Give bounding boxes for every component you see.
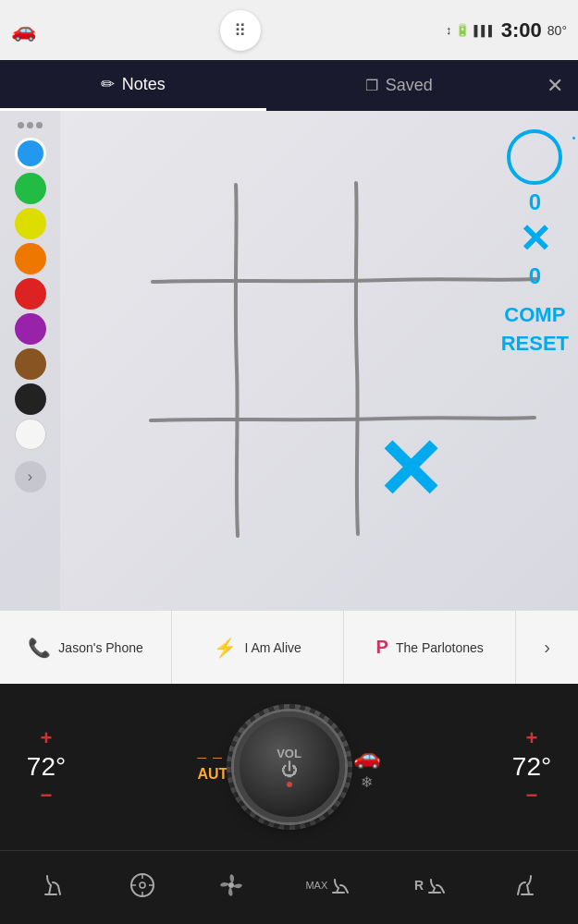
- more-icon: ›: [544, 637, 550, 658]
- phone-icon: 📞: [28, 637, 51, 659]
- parlotones-icon: P: [376, 637, 388, 658]
- tab-saved[interactable]: ❐ Saved: [266, 60, 533, 111]
- fan-icon: [217, 871, 245, 899]
- svg-point-2: [140, 882, 145, 888]
- climate-left: + 72° −: [9, 728, 83, 806]
- apps-button[interactable]: ⠿: [220, 10, 261, 51]
- media-label-parlotones: The Parlotones: [396, 640, 484, 655]
- grid-icon: ⠿: [234, 20, 247, 41]
- media-label-phone: Jason's Phone: [58, 640, 142, 655]
- media-item-more[interactable]: ›: [516, 611, 578, 684]
- color-green[interactable]: [15, 173, 46, 204]
- climate-bar: + 72° − — — — AUTO VOL ⏻ 🚗 ❄ + 72° −: [0, 684, 578, 850]
- media-bar: 📞 Jason's Phone ⚡ I Am Alive P The Parlo…: [0, 610, 578, 684]
- drawing-area[interactable]: ✕ • 0 ✕ 0 COMP RESET: [60, 111, 578, 610]
- temperature-display: 80°: [547, 23, 567, 38]
- color-red[interactable]: [15, 278, 46, 310]
- comp-x-icon: ✕: [519, 220, 551, 259]
- color-purple[interactable]: [15, 313, 46, 345]
- left-temp-up[interactable]: +: [41, 728, 53, 748]
- steering-icon: [129, 871, 156, 899]
- right-temp-up[interactable]: +: [526, 728, 538, 748]
- left-temp-display: 72°: [27, 752, 66, 782]
- rear-defrost-button[interactable]: R: [414, 876, 449, 894]
- rear-seat-icon: [427, 876, 449, 894]
- climate-right: + 72° −: [495, 728, 569, 806]
- color-yellow[interactable]: [15, 208, 46, 239]
- media-item-parlotones[interactable]: P The Parlotones: [344, 611, 516, 684]
- close-button[interactable]: ✕: [532, 74, 578, 98]
- right-temp-down[interactable]: −: [526, 785, 538, 806]
- vol-knob[interactable]: VOL ⏻: [234, 711, 345, 822]
- media-item-phone[interactable]: 📞 Jason's Phone: [0, 611, 172, 684]
- left-temp-down[interactable]: −: [41, 785, 53, 806]
- seat-heat-left-button[interactable]: [40, 871, 68, 899]
- color-white[interactable]: [15, 419, 46, 450]
- right-temp-display: 72°: [512, 752, 551, 782]
- notes-tab-label: Notes: [122, 75, 166, 94]
- status-right: ↕ 🔋 ▌▌▌ 3:00 80°: [446, 18, 567, 43]
- canvas-area: › ✕ • 0 ✕ 0: [0, 111, 578, 610]
- seat-heat-icon: [331, 876, 353, 894]
- seat-left-icon: [40, 871, 68, 899]
- vol-indicator: [287, 782, 292, 787]
- status-center[interactable]: ⠿: [220, 10, 261, 51]
- status-left: 🚗: [11, 18, 36, 43]
- network-icon: ▌▌▌: [473, 25, 495, 36]
- media-label-usb: I Am Alive: [244, 640, 301, 655]
- status-bar: 🚗 ⠿ ↕ 🔋 ▌▌▌ 3:00 80°: [0, 0, 578, 60]
- pencil-icon: ✏: [101, 74, 115, 94]
- comp-x-score: 0: [529, 263, 541, 289]
- palette-dots: [18, 122, 43, 128]
- max-label: MAX: [305, 880, 327, 891]
- color-orange[interactable]: [15, 243, 46, 274]
- max-heat-group: MAX: [305, 876, 353, 894]
- windshield-icon: 🚗: [353, 744, 381, 770]
- notes-header: ✏ Notes ❐ Saved ✕: [0, 60, 578, 111]
- color-palette: ›: [0, 111, 60, 610]
- expand-palette-button[interactable]: ›: [15, 461, 46, 492]
- score-panel: • 0 ✕ 0 COMP RESET: [501, 129, 569, 356]
- vol-knob-area: VOL ⏻: [225, 702, 354, 832]
- color-blue[interactable]: [15, 138, 46, 169]
- bottom-bar: MAX R: [0, 850, 578, 919]
- max-heat-button[interactable]: MAX: [305, 876, 353, 894]
- status-icons: ↕ 🔋 ▌▌▌: [446, 23, 496, 37]
- rear-label: R: [414, 878, 424, 893]
- defrost-icon: ❄: [361, 773, 373, 791]
- color-brown[interactable]: [15, 348, 46, 380]
- usb-icon: ⚡: [214, 637, 237, 659]
- status-time: 3:00: [501, 18, 542, 43]
- svg-text:✕: ✕: [375, 424, 444, 517]
- steering-heat-button[interactable]: [129, 871, 156, 899]
- tab-notes[interactable]: ✏ Notes: [0, 60, 266, 111]
- defrost-area: 🚗 ❄: [353, 744, 381, 791]
- player-o-icon: [507, 129, 562, 185]
- media-item-usb[interactable]: ⚡ I Am Alive: [172, 611, 344, 684]
- signal-icon: ↕: [446, 23, 452, 37]
- player-o-score: 0: [529, 189, 541, 215]
- vol-label: VOL: [277, 747, 301, 760]
- fan-button[interactable]: [217, 871, 245, 899]
- rear-defrost-group: R: [414, 876, 449, 894]
- saved-tab-label: Saved: [386, 76, 433, 95]
- seat-heat-right-button[interactable]: [510, 871, 538, 899]
- battery-icon: 🔋: [455, 23, 470, 37]
- close-icon: ✕: [547, 74, 563, 98]
- color-black[interactable]: [15, 383, 46, 415]
- car-icon: 🚗: [11, 18, 36, 43]
- reset-button[interactable]: RESET: [501, 332, 569, 356]
- svg-point-3: [228, 882, 234, 888]
- book-icon: ❐: [365, 77, 378, 94]
- seat-right-icon: [510, 871, 538, 899]
- power-icon: ⏻: [281, 760, 298, 780]
- comp-button[interactable]: COMP: [504, 303, 565, 327]
